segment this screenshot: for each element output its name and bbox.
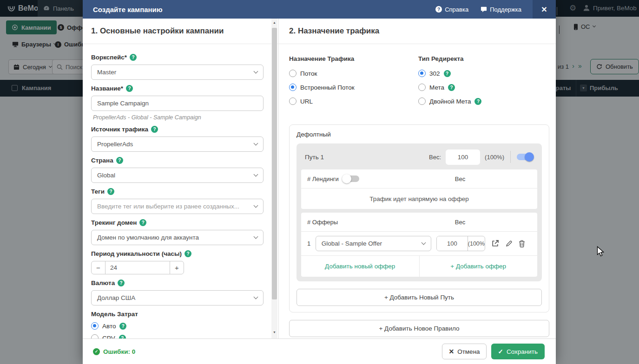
traffic-destination-section: 2. Назначение трафика Назначение Трафика… (279, 19, 556, 338)
chevron-down-icon (254, 69, 258, 74)
landings-toggle[interactable] (343, 176, 359, 182)
help-icon[interactable]: ? (116, 157, 123, 164)
path-header: Путь 1 Вес: (100%) (301, 148, 537, 166)
tags-select[interactable]: Введите тег или выберите из ранее создан… (91, 199, 264, 214)
close-icon[interactable]: ✕ (533, 0, 556, 19)
minus-button[interactable]: − (92, 261, 105, 274)
help-icon[interactable]: ? (126, 85, 133, 92)
destination-option-builtin-flow[interactable]: Встроенный Поток (289, 84, 418, 91)
tags-label: Теги? (91, 188, 264, 195)
add-offer-button[interactable]: + Добавить оффер (419, 256, 538, 277)
screen: BeMob Панель ⚙ Привет, BeMob Кампании $ … (0, 0, 639, 364)
modal-body: 1. Основные настройки кампании Воркспейс… (83, 19, 556, 338)
help-icon[interactable]: ? (151, 126, 158, 133)
radio-selected[interactable] (91, 322, 99, 330)
chat-icon (481, 6, 487, 13)
cancel-button[interactable]: ✕ Отмена (442, 344, 486, 359)
cost-model-option-auto[interactable]: Авто ? (91, 322, 264, 330)
divider (510, 151, 511, 163)
help-icon[interactable]: ? (474, 98, 481, 105)
help-icon[interactable]: ? (444, 70, 451, 77)
offer-weight-input[interactable] (437, 236, 468, 251)
scroll-up-icon[interactable]: ▲ (271, 21, 277, 24)
close-icon: ✕ (448, 348, 454, 355)
destination-option-url[interactable]: URL (289, 98, 418, 105)
destination-flow-label: Поток (300, 70, 317, 77)
save-button-label: Сохранить (507, 348, 538, 355)
cost-model-cpv-label: CPV (102, 335, 115, 339)
help-icon[interactable]: ? (107, 188, 114, 195)
scroll-down-icon[interactable]: ▼ (271, 331, 277, 334)
help-icon[interactable]: ? (448, 84, 455, 91)
path-enabled-toggle[interactable] (517, 154, 533, 160)
destination-group-label: Назначение Трафика (289, 55, 418, 62)
path-box: Путь 1 Вес: (100%) (296, 143, 542, 281)
help-link[interactable]: ? Справка (435, 6, 468, 13)
modal-title: Создайте кампанию (83, 6, 163, 13)
edit-icon[interactable] (505, 240, 513, 247)
workspace-label: Воркспейс*? (91, 54, 264, 61)
unique-period-input[interactable] (105, 261, 170, 274)
plus-button[interactable]: + (170, 261, 184, 274)
help-icon[interactable]: ? (118, 280, 125, 286)
path-weight-input[interactable] (446, 150, 480, 165)
help-icon[interactable]: ? (119, 323, 126, 330)
mouse-cursor (597, 246, 606, 258)
redirect-option-double-meta[interactable]: Двойной Мета ? (418, 98, 481, 105)
radio-unselected[interactable] (289, 70, 296, 77)
external-link-icon[interactable] (491, 240, 499, 247)
default-rule-title: Дефолтный (296, 131, 542, 138)
currency-label: Валюта? (91, 280, 264, 286)
country-select[interactable]: Global (91, 168, 264, 183)
redirect-double-meta-label: Двойной Мета (429, 98, 471, 105)
help-icon[interactable]: ? (119, 335, 126, 339)
unique-period-label: Период уникальности (часы)? (91, 250, 264, 257)
traffic-source-label: Источник трафика? (91, 126, 264, 133)
add-new-rule-button[interactable]: + Добавить Новое Правило (289, 320, 549, 337)
radio-selected[interactable] (418, 70, 426, 77)
help-icon[interactable]: ? (130, 54, 137, 61)
chevron-down-icon (254, 172, 258, 177)
radio-unselected[interactable] (418, 98, 426, 105)
basic-settings-section: 1. Основные настройки кампании Воркспейс… (83, 19, 279, 338)
left-scrollbar[interactable]: ▲ ▼ (271, 19, 277, 338)
destination-option-flow[interactable]: Поток (289, 70, 418, 77)
redirect-option-302[interactable]: 302 ? (418, 70, 481, 77)
redirect-option-meta[interactable]: Мета ? (418, 84, 481, 91)
offer-row: 1 Global - Sample Offer (100%) (301, 232, 537, 255)
destination-builtin-flow-label: Встроенный Поток (300, 84, 355, 91)
path-weight-label: Вес: (429, 154, 441, 161)
add-new-path-button[interactable]: + Добавить Новый Путь (296, 289, 542, 306)
help-icon[interactable]: ? (184, 250, 191, 257)
landings-header: # Лендинги (307, 176, 339, 182)
errors-status-label: Ошибки: 0 (103, 348, 135, 355)
currency-select[interactable]: Доллар США (91, 290, 264, 306)
check-icon: ✓ (498, 348, 503, 355)
create-campaign-modal: Создайте кампанию ? Справка Поддержка ✕ … (83, 0, 556, 364)
cost-model-option-cpv[interactable]: CPV ? (91, 334, 264, 338)
radio-selected[interactable] (289, 84, 296, 91)
scrollbar-thumb[interactable] (272, 28, 277, 299)
default-rule-card: Дефолтный Путь 1 Вес: (100%) (289, 124, 549, 312)
weight-column-header: Вес (432, 219, 488, 226)
chevron-down-icon (254, 295, 258, 299)
help-link-label: Справка (445, 6, 468, 13)
campaign-name-input[interactable] (91, 96, 264, 111)
direct-traffic-note: Трафик идет напрямую на оффер (301, 188, 537, 209)
radio-unselected[interactable] (289, 98, 296, 105)
delete-icon[interactable] (519, 240, 525, 247)
offer-select[interactable]: Global - Sample Offer (316, 236, 431, 251)
add-new-offer-button[interactable]: Добавить новый оффер (301, 256, 419, 277)
radio-unselected[interactable] (418, 84, 426, 91)
traffic-source-select[interactable]: PropellerAds (91, 136, 264, 152)
tracking-domain-select[interactable]: Домен по умолчанию для аккаунта (91, 230, 264, 245)
errors-status: ✓ Ошибки: 0 (93, 348, 135, 355)
help-icon[interactable]: ? (139, 219, 146, 226)
check-circle-icon: ✓ (93, 348, 100, 355)
support-link[interactable]: Поддержка (481, 6, 521, 13)
cancel-button-label: Отмена (457, 348, 480, 355)
workspace-select[interactable]: Master (91, 65, 264, 80)
modal-header: Создайте кампанию ? Справка Поддержка ✕ (83, 0, 556, 19)
save-button[interactable]: ✓ Сохранить (491, 344, 545, 359)
radio-unselected[interactable] (91, 334, 99, 338)
